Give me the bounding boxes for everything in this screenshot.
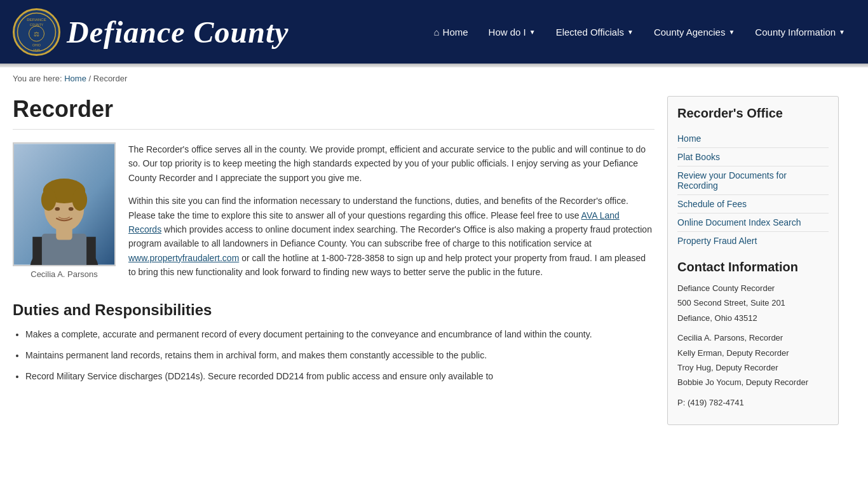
sidebar-link-schedule-fees[interactable]: Schedule of Fees (677, 195, 829, 214)
sidebar-link-fraud-alert[interactable]: Property Fraud Alert (677, 232, 829, 250)
intro-paragraph-2: Within this site you can find the inform… (128, 194, 654, 279)
sidebar-link-home[interactable]: Home (677, 130, 829, 148)
svg-text:OHIO: OHIO (32, 43, 41, 47)
nav-elected-officials[interactable]: Elected Officials ▼ (546, 20, 644, 44)
contact-deputy2: Troy Hug, Deputy Recorder (677, 363, 778, 372)
content-area: Recorder (13, 96, 654, 425)
nav-county-information[interactable]: County Information ▼ (745, 20, 855, 44)
breadcrumb-prefix: You are here: (13, 74, 62, 83)
intro-p2-cont-text: which provides access to online document… (128, 224, 652, 248)
breadcrumb-home[interactable]: Home (64, 74, 86, 83)
sidebar-link-plat-books[interactable]: Plat Books (677, 148, 829, 166)
logo-area: DEFIANCE COUNTY OHIO 1845 ⚖ Defiance Cou… (13, 8, 289, 56)
site-logo-text: Defiance County (67, 15, 289, 50)
breadcrumb-separator: / (89, 74, 93, 83)
nav-county-agencies[interactable]: County Agencies ▼ (644, 20, 745, 44)
contact-line1: Defiance County Recorder (677, 283, 775, 293)
recorder-photo (13, 142, 116, 266)
contact-line3: Defiance, Ohio 43512 (677, 313, 757, 323)
svg-point-16 (72, 189, 87, 211)
page-title: Recorder (13, 96, 654, 130)
svg-text:DEFIANCE: DEFIANCE (27, 18, 46, 22)
main-nav: ⌂ Home How do I ▼ Elected Officials ▼ Co… (424, 20, 856, 44)
intro-section: Cecilia A. Parsons The Recorder's office… (13, 142, 654, 288)
duties-list: Makes a complete, accurate and permanent… (25, 327, 654, 385)
svg-point-15 (41, 189, 56, 211)
property-fraud-alert-link[interactable]: www.propertyfraudalert.com (128, 253, 239, 263)
contact-recorder: Cecilia A. Parsons, Recorder (677, 333, 783, 342)
chevron-down-icon: ▼ (529, 29, 536, 36)
svg-point-18 (69, 207, 74, 211)
county-seal: DEFIANCE COUNTY OHIO 1845 ⚖ (13, 8, 60, 56)
contact-phone: P: (419) 782-4741 (677, 398, 744, 407)
sidebar-link-review-docs[interactable]: Review your Documents for Recording (677, 166, 829, 195)
breadcrumb: You are here: Home / Recorder (0, 67, 868, 90)
svg-text:⚖: ⚖ (34, 30, 39, 37)
contact-deputy1: Kelly Erman, Deputy Recorder (677, 348, 789, 358)
chevron-down-icon: ▼ (627, 29, 634, 36)
intro-p2-start: Within this site you can find the inform… (128, 196, 628, 220)
svg-text:1845: 1845 (33, 48, 40, 52)
sidebar-office-title: Recorder's Office (677, 106, 829, 121)
home-icon: ⌂ (434, 27, 440, 37)
contact-info-title: Contact Information (677, 260, 829, 274)
sidebar: Recorder's Office Home Plat Books Review… (667, 96, 839, 425)
chevron-down-icon: ▼ (728, 29, 735, 36)
site-header: DEFIANCE COUNTY OHIO 1845 ⚖ Defiance Cou… (0, 0, 868, 64)
recorder-name: Cecilia A. Parsons (13, 269, 116, 279)
nav-how-do-i[interactable]: How do I ▼ (478, 20, 546, 44)
list-item: Makes a complete, accurate and permanent… (25, 327, 654, 342)
nav-home[interactable]: ⌂ Home (424, 20, 478, 44)
contact-info: Defiance County Recorder 500 Second Stre… (677, 281, 829, 410)
sidebar-link-doc-index[interactable]: Online Document Index Search (677, 214, 829, 232)
list-item: Record Military Service discharges (DD21… (25, 369, 654, 384)
contact-deputy3: Bobbie Jo Yocum, Deputy Recorder (677, 377, 808, 387)
chevron-down-icon: ▼ (839, 29, 845, 36)
duties-title: Duties and Responsibilities (13, 301, 654, 319)
main-layout: Recorder (0, 90, 851, 444)
svg-point-17 (55, 207, 60, 211)
duties-section: Duties and Responsibilities Makes a comp… (13, 301, 654, 385)
breadcrumb-current: Recorder (93, 74, 127, 83)
recorder-office-box: Recorder's Office Home Plat Books Review… (667, 96, 839, 425)
intro-text: The Recorder's office serves all in the … (128, 142, 654, 288)
contact-line2: 500 Second Street, Suite 201 (677, 298, 785, 308)
list-item: Maintains permanent land records, retain… (25, 348, 654, 363)
intro-paragraph-1: The Recorder's office serves all in the … (128, 142, 654, 185)
recorder-image-box: Cecilia A. Parsons (13, 142, 116, 288)
